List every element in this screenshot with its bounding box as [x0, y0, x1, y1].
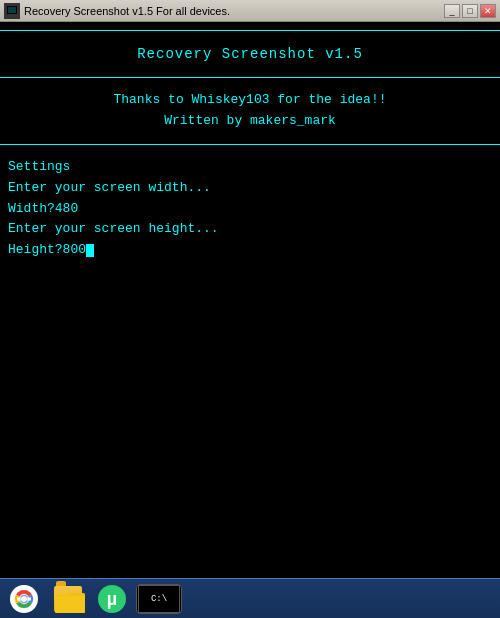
svg-rect-2: [8, 7, 16, 13]
title-buttons[interactable]: _ □ ✕: [444, 4, 496, 18]
settings-label: Settings: [8, 157, 492, 178]
width-value: Width?480: [8, 199, 492, 220]
terminal-window: Recovery Screenshot v1.5 Thanks to Whisk…: [0, 22, 500, 578]
credits-line2: Written by makers_mark: [0, 111, 500, 132]
torrent-taskbar-button[interactable]: µ: [92, 583, 132, 615]
content-section: Settings Enter your screen width... Widt…: [0, 145, 500, 578]
cmd-label: C:\: [138, 585, 180, 613]
maximize-button[interactable]: □: [462, 4, 478, 18]
svg-text:µ: µ: [107, 589, 117, 609]
close-button[interactable]: ✕: [480, 4, 496, 18]
window-title: Recovery Screenshot v1.5 For all devices…: [24, 5, 230, 17]
app-title: Recovery Screenshot v1.5: [0, 43, 500, 65]
prompt-width: Enter your screen width...: [8, 178, 492, 199]
taskbar: µ C:\: [0, 578, 500, 618]
cmd-taskbar-button[interactable]: C:\: [136, 584, 182, 614]
cursor: [86, 244, 94, 257]
minimize-button[interactable]: _: [444, 4, 460, 18]
svg-rect-13: [55, 596, 85, 613]
folder-icon: [54, 586, 82, 612]
title-bar: Recovery Screenshot v1.5 For all devices…: [0, 0, 500, 22]
svg-rect-8: [17, 597, 31, 600]
height-value[interactable]: Height?800: [8, 240, 492, 261]
credits-line1: Thanks to Whiskey103 for the idea!!: [0, 90, 500, 111]
chrome-icon: [10, 585, 38, 613]
chrome-taskbar-button[interactable]: [4, 583, 44, 615]
title-bar-left: Recovery Screenshot v1.5 For all devices…: [4, 3, 230, 19]
credits-section: Thanks to Whiskey103 for the idea!! Writ…: [0, 78, 500, 145]
prompt-height: Enter your screen height...: [8, 219, 492, 240]
app-icon: [4, 3, 20, 19]
header-section: Recovery Screenshot v1.5: [0, 31, 500, 78]
folder-taskbar-button[interactable]: [48, 583, 88, 615]
